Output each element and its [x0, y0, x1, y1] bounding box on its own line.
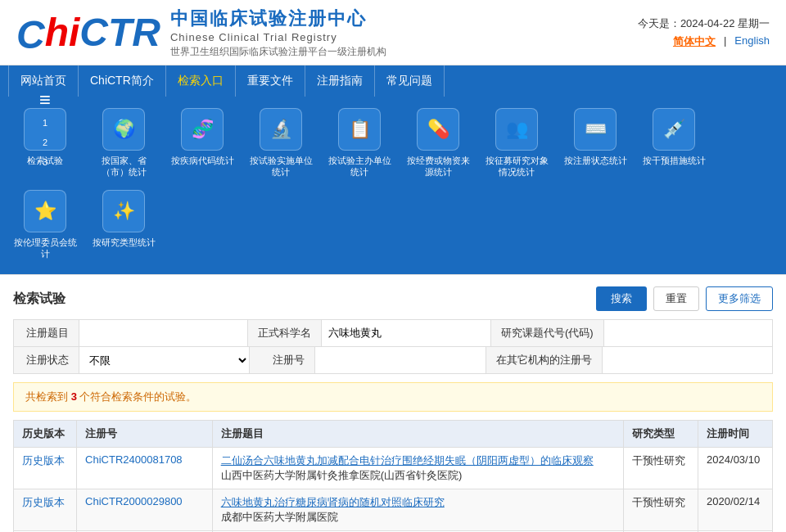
nav-about[interactable]: ChiCTR简介	[79, 65, 166, 97]
result-count: 3	[71, 390, 77, 403]
top-bar: C hi CTR 中国临床试验注册中心 Chinese Clinical Tri…	[0, 0, 786, 65]
nav-faq[interactable]: 常见问题	[375, 65, 445, 97]
reset-button[interactable]: 重置	[653, 286, 699, 311]
icon-status-stat[interactable]: ⌨️ 按注册状态统计	[558, 105, 632, 182]
search-button[interactable]: 搜索	[596, 286, 647, 311]
sponsor-stat-icon: 📋	[338, 108, 381, 151]
search-form: 注册题目 正式科学名 研究课题代号(代码) 注册状态 不限 招募中 已完成 暂停…	[13, 319, 773, 374]
sci-name-input[interactable]	[322, 320, 490, 346]
intervention-stat-icon: 💉	[653, 108, 695, 151]
current-date: 今天是：2024-04-22 星期一	[638, 16, 770, 31]
cell-date-1: 2024/03/10	[698, 448, 773, 489]
region-stat-icon: 🌍	[102, 108, 145, 151]
icon-recruit-stat[interactable]: 👥 按征募研究对象情况统计	[480, 105, 553, 182]
language-links: 简体中文 | English	[673, 34, 770, 49]
col-reg-no: 注册号	[77, 421, 213, 448]
search-row-2: 注册状态 不限 招募中 已完成 暂停 注册号 在其它机构的注册号	[14, 347, 772, 373]
search-section: 检索试验 搜索 重置 更多筛选 注册题目 正式科学名 研究课题代号(代码) 注册…	[0, 274, 786, 532]
nav-docs[interactable]: 重要文件	[236, 65, 305, 97]
table-row: 历史版本 ChiCTR2400081708 二仙汤合六味地黄丸加减配合电针治疗围…	[14, 448, 773, 489]
icon-status-stat-label: 按注册状态统计	[564, 155, 627, 166]
logo-c-letter: C	[16, 16, 45, 55]
fund-stat-icon: 💊	[417, 108, 459, 151]
status-select[interactable]: 不限 招募中 已完成 暂停	[79, 347, 250, 373]
table-row: 历史版本 ChiCTR2000029800 六味地黄丸治疗糖尿病肾病的随机对照临…	[14, 489, 773, 531]
more-filter-button[interactable]: 更多筛选	[706, 286, 773, 311]
icon-intervention-stat[interactable]: 💉 按干预措施统计	[637, 105, 711, 182]
logo-subtitle: 世界卫生组织国际临床试验注册平台一级注册机构	[170, 45, 386, 59]
search-trial-icon: ≡123	[24, 108, 66, 151]
logo-zh-text: 中国临床试验注册中心	[170, 7, 386, 31]
cell-date-2: 2020/02/14	[698, 489, 773, 531]
cell-title-2: 六味地黄丸治疗糖尿病肾病的随机对照临床研究 成都中医药大学附属医院	[212, 489, 624, 531]
reg-no-input[interactable]	[315, 347, 486, 373]
research-code-label: 研究课题代号(代码)	[491, 320, 604, 346]
icon-sponsor-stat[interactable]: 📋 按试验主办单位统计	[323, 105, 396, 182]
icon-grid: ≡123 检索试验 🌍 按国家、省（市）统计 🧬 按疾病代码统计 🔬 按试验实施…	[0, 97, 786, 274]
lang-en-link[interactable]: English	[734, 34, 770, 49]
search-row-1: 注册题目 正式科学名 研究课题代号(代码)	[14, 320, 772, 347]
result-summary: 共检索到 3 个符合检索条件的试验。	[13, 382, 773, 412]
icon-site-stat-label: 按试验实施单位统计	[246, 155, 316, 178]
logo-hi-letters: hi	[45, 10, 80, 55]
cell-title-1: 二仙汤合六味地黄丸加减配合电针治疗围绝经期失眠（阴阳两虚型）的临床观察 山西中医…	[212, 448, 624, 489]
other-reg-input[interactable]	[603, 347, 772, 373]
icon-ethics-stat-label: 按伦理委员会统计	[10, 237, 80, 260]
icon-fund-stat[interactable]: 💊 按经费或物资来源统计	[401, 105, 475, 182]
icon-ethics-stat[interactable]: ⭐ 按伦理委员会统计	[8, 187, 82, 264]
logo-text: 中国临床试验注册中心 Chinese Clinical Trial Regist…	[170, 7, 386, 59]
col-title: 注册题目	[212, 421, 624, 448]
site-stat-icon: 🔬	[260, 108, 302, 151]
status-label: 注册状态	[14, 347, 79, 373]
icon-fund-stat-label: 按经费或物资来源统计	[403, 155, 473, 178]
nav-guide[interactable]: 注册指南	[305, 65, 375, 97]
icon-disease-stat[interactable]: 🧬 按疾病代码统计	[165, 105, 239, 182]
col-reg-date: 注册时间	[698, 421, 773, 448]
cell-reg-no-1: ChiCTR2400081708	[77, 448, 213, 489]
study-title-link-1[interactable]: 二仙汤合六味地黄丸加减配合电针治疗围绝经期失眠（阴阳两虚型）的临床观察	[221, 454, 594, 467]
nav-bar: 网站首页 ChiCTR简介 检索入口 重要文件 注册指南 常见问题	[0, 65, 786, 97]
cell-reg-no-2: ChiCTR2000029800	[77, 489, 213, 531]
reg-no-label: 注册号	[250, 347, 315, 373]
title-input[interactable]	[79, 320, 248, 346]
study-org-2: 成都中医药大学附属医院	[221, 511, 338, 523]
icon-type-stat-label: 按研究类型统计	[93, 237, 156, 248]
ethics-stat-icon: ⭐	[24, 190, 66, 232]
logo-chictr: C hi CTR	[16, 10, 160, 55]
study-title-link-2[interactable]: 六味地黄丸治疗糖尿病肾病的随机对照临床研究	[221, 496, 445, 508]
recruit-stat-icon: 👥	[495, 108, 538, 151]
logo-ctr-letters: CTR	[79, 10, 160, 55]
research-code-input[interactable]	[604, 320, 772, 346]
sci-name-label: 正式科学名	[248, 320, 322, 346]
version-link-2[interactable]: 历史版本	[22, 496, 65, 508]
col-version: 历史版本	[14, 421, 77, 448]
search-button-group: 搜索 重置 更多筛选	[596, 286, 773, 311]
search-header: 检索试验 搜索 重置 更多筛选	[13, 286, 773, 311]
icon-disease-stat-label: 按疾病代码统计	[171, 155, 234, 166]
study-org-1: 山西中医药大学附属针灸推拿医院(山西省针灸医院)	[221, 469, 463, 481]
nav-search[interactable]: 检索入口	[166, 65, 236, 97]
logo-en-text: Chinese Clinical Trial Registry	[170, 31, 386, 43]
search-section-title: 检索试验	[13, 291, 66, 308]
lang-zh-link[interactable]: 简体中文	[673, 34, 716, 49]
icon-type-stat[interactable]: ✨ 按研究类型统计	[87, 187, 160, 264]
reg-no-link-1[interactable]: ChiCTR2400081708	[85, 453, 183, 466]
cell-version-1: 历史版本	[14, 448, 77, 489]
icon-site-stat[interactable]: 🔬 按试验实施单位统计	[244, 105, 318, 182]
disease-stat-icon: 🧬	[181, 108, 224, 151]
cell-type-1: 干预性研究	[624, 448, 698, 489]
type-stat-icon: ✨	[102, 190, 145, 232]
icon-region-stat[interactable]: 🌍 按国家、省（市）统计	[87, 105, 160, 182]
icon-recruit-stat-label: 按征募研究对象情况统计	[481, 155, 552, 178]
icon-search-trial[interactable]: ≡123 检索试验	[8, 105, 82, 182]
icon-sponsor-stat-label: 按试验主办单位统计	[324, 155, 395, 178]
col-study-type: 研究类型	[624, 421, 698, 448]
top-right: 今天是：2024-04-22 星期一 简体中文 | English	[638, 16, 770, 49]
icon-region-stat-label: 按国家、省（市）统计	[88, 155, 159, 178]
reg-no-link-2[interactable]: ChiCTR2000029800	[85, 495, 183, 507]
other-reg-label: 在其它机构的注册号	[486, 347, 603, 373]
icon-search-trial-label: 检索试验	[27, 155, 63, 166]
result-table: 历史版本 注册号 注册题目 研究类型 注册时间 历史版本 ChiCTR24000…	[13, 420, 773, 532]
version-link-1[interactable]: 历史版本	[22, 454, 65, 467]
cell-version-2: 历史版本	[14, 489, 77, 531]
